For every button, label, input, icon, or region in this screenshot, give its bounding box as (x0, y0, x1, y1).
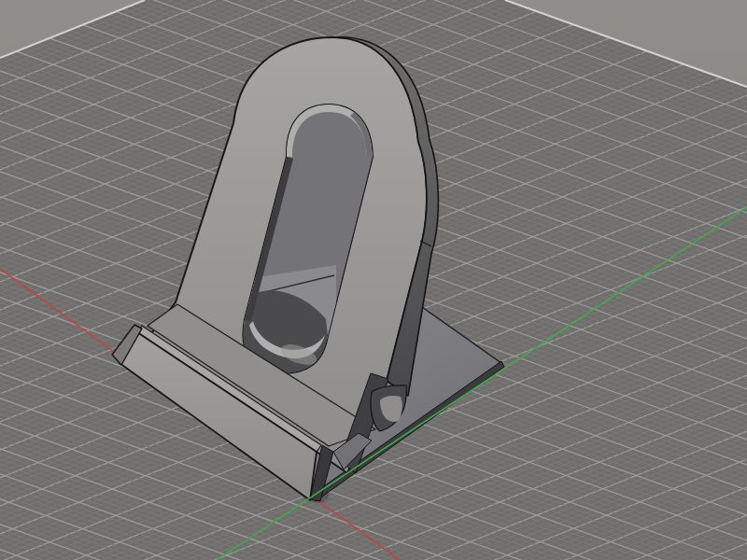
cad-viewport[interactable] (0, 0, 747, 560)
scene-svg[interactable] (0, 0, 747, 560)
